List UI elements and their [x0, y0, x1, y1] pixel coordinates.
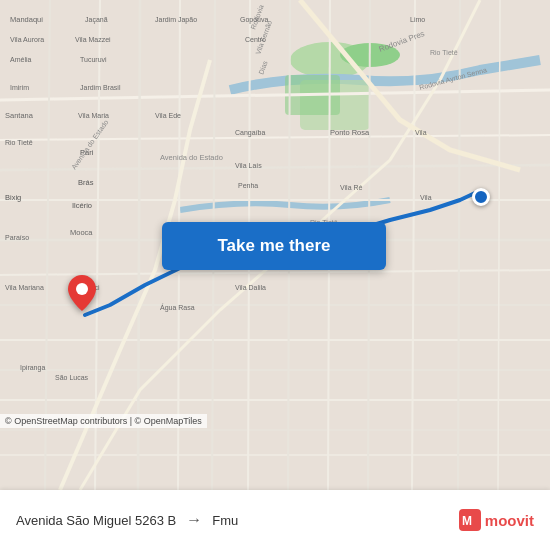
bottom-bar: Avenida São Miguel 5263 B → Fmu M moovit: [0, 490, 550, 550]
svg-text:Gopoúva: Gopoúva: [240, 16, 269, 24]
svg-text:Paraíso: Paraíso: [5, 234, 29, 241]
svg-text:Bixig: Bixig: [5, 193, 21, 202]
take-me-there-button[interactable]: Take me there: [162, 222, 386, 270]
svg-text:Vila Laís: Vila Laís: [235, 162, 262, 169]
svg-text:M: M: [462, 514, 472, 528]
map-container: Rodovia Pres Rodovia Vila Fernão Dias Ro…: [0, 0, 550, 490]
svg-text:Vila Mazzei: Vila Mazzei: [75, 36, 111, 43]
svg-text:Vila: Vila: [415, 129, 427, 136]
svg-text:Vila Dalila: Vila Dalila: [235, 284, 266, 291]
svg-text:Cangaíba: Cangaíba: [235, 129, 265, 137]
svg-text:Penha: Penha: [238, 182, 258, 189]
origin-pin: [472, 188, 490, 206]
svg-text:Avenida do Estado: Avenida do Estado: [160, 153, 223, 162]
svg-text:Amélia: Amélia: [10, 56, 32, 63]
route-to-label: Fmu: [212, 513, 238, 528]
svg-text:Jardim Brasil: Jardim Brasil: [80, 84, 121, 91]
svg-text:Mooca: Mooca: [70, 228, 93, 237]
svg-text:Rio Tietê: Rio Tietê: [430, 49, 458, 56]
arrow-right-icon: →: [186, 511, 202, 529]
svg-text:Vila Ré: Vila Ré: [340, 184, 363, 191]
svg-text:Ponto Rosa: Ponto Rosa: [330, 128, 370, 137]
svg-text:Brás: Brás: [78, 178, 94, 187]
svg-text:Santana: Santana: [5, 111, 34, 120]
svg-text:Centro: Centro: [245, 36, 266, 43]
svg-text:Vila: Vila: [420, 194, 432, 201]
svg-text:Mandaqui: Mandaqui: [10, 15, 43, 24]
svg-text:Tucuruvi: Tucuruvi: [80, 56, 107, 63]
svg-text:Rio Tietê: Rio Tietê: [5, 139, 33, 146]
svg-text:Ipiranga: Ipiranga: [20, 364, 45, 372]
svg-text:Água Rasa: Água Rasa: [160, 303, 195, 312]
svg-text:Vila Mariana: Vila Mariana: [5, 284, 44, 291]
moovit-logo: M moovit: [459, 509, 534, 531]
svg-text:Limo: Limo: [410, 16, 425, 23]
svg-text:Jaçanã: Jaçanã: [85, 16, 108, 24]
svg-text:Imirim: Imirim: [10, 84, 29, 91]
route-from-label: Avenida São Miguel 5263 B: [16, 513, 176, 528]
moovit-logo-icon: M: [459, 509, 481, 531]
moovit-brand-text: moovit: [485, 512, 534, 529]
destination-pin: [68, 275, 96, 315]
svg-text:Vila Ede: Vila Ede: [155, 112, 181, 119]
osm-attribution: © OpenStreetMap contributors | © OpenMap…: [0, 414, 207, 428]
svg-text:Jardim Japão: Jardim Japão: [155, 16, 197, 24]
svg-text:Vila Aurora: Vila Aurora: [10, 36, 44, 43]
svg-point-76: [76, 283, 88, 295]
svg-text:São Lucas: São Lucas: [55, 374, 89, 381]
svg-text:Ilcério: Ilcério: [72, 201, 92, 210]
svg-text:Vila Maria: Vila Maria: [78, 112, 109, 119]
